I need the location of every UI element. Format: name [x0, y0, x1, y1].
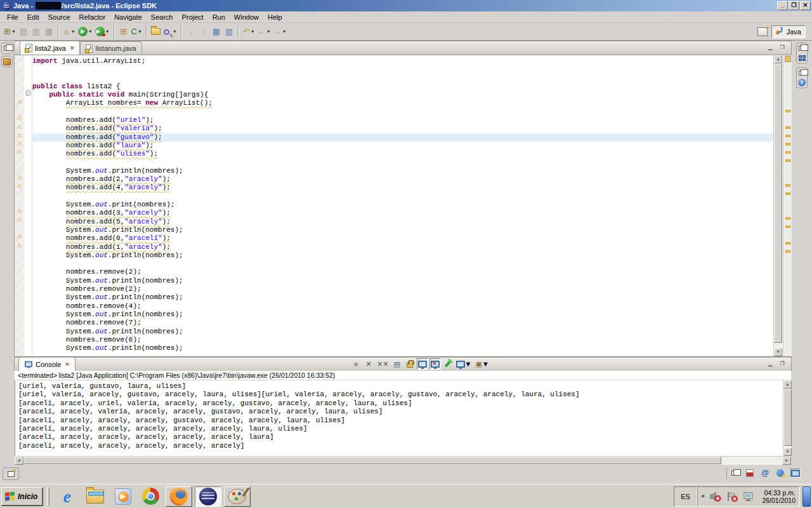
warning-icon[interactable]: ⚠ [16, 217, 22, 223]
menu-run[interactable]: Run [208, 12, 230, 22]
warning-icon[interactable]: ⚠ [16, 243, 22, 248]
internet-explorer-icon[interactable]: e [57, 486, 77, 506]
code-line[interactable]: System.out.println(nombres); [32, 344, 773, 352]
remove-all-terminated-button[interactable]: ✕✕ [376, 358, 390, 370]
editor-vertical-scrollbar[interactable]: ▲ ▼ [773, 55, 782, 356]
next-annotation-button[interactable]: ↓ [185, 25, 197, 39]
folding-ruler[interactable]: − [24, 55, 32, 356]
console-monitor-icon[interactable] [790, 469, 801, 478]
warning-icon[interactable]: ⚠ [16, 175, 22, 180]
overview-warning-mark[interactable] [785, 192, 790, 195]
restore-button[interactable]: ❐ [789, 1, 799, 10]
open-element-button[interactable] [150, 25, 162, 39]
show-on-stdout-button[interactable] [417, 358, 428, 370]
overview-warning-mark[interactable] [785, 126, 790, 129]
code-line[interactable]: nombres.remove(2); [32, 285, 773, 293]
language-indicator[interactable]: ES [674, 486, 697, 507]
new-java-class-button[interactable]: C▼ [130, 25, 143, 39]
console-hscrollbar-thumb[interactable] [23, 457, 721, 464]
terminate-button[interactable]: ■ [350, 358, 362, 370]
menu-project[interactable]: Project [177, 12, 207, 22]
minimize-editor-icon[interactable]: ▁ [765, 43, 775, 52]
code-line[interactable] [32, 159, 773, 167]
forward-button[interactable]: →▼ [272, 25, 288, 39]
code-line[interactable]: nombres.add(3,"aracely"); [32, 209, 773, 217]
overview-warning-mark[interactable] [785, 242, 790, 244]
code-line[interactable]: nombres.add("uriel"); [32, 116, 773, 124]
dropdown-arrow-icon[interactable]: ▼ [88, 29, 93, 34]
external-tools-button[interactable]: ▶▼ [94, 25, 111, 39]
restore-trim-icon[interactable] [730, 469, 740, 478]
media-player-icon[interactable] [113, 486, 133, 506]
overview-warning-mark[interactable] [785, 159, 790, 162]
code-line[interactable]: nombres.add("laura"); [32, 142, 773, 150]
new-java-project-button[interactable]: ⊞ [117, 25, 130, 39]
console-tab[interactable]: Console ✕ [18, 357, 75, 371]
usage-data-icon[interactable]: @ [760, 469, 770, 478]
overview-warning-mark[interactable] [785, 143, 790, 145]
previous-annotation-button[interactable]: ↑ [197, 25, 210, 39]
pin-console-button[interactable] [442, 358, 454, 370]
chrome-icon[interactable] [141, 486, 160, 506]
dropdown-arrow-icon[interactable]: ▼ [266, 29, 271, 34]
code-line[interactable]: System.out.println(nombres); [32, 328, 773, 336]
display-selected-console-button[interactable]: ▼ [455, 358, 473, 370]
code-line[interactable]: System.out.println(nombres); [32, 167, 773, 175]
restore-views-icon[interactable] [797, 69, 806, 77]
mark-occurrences-button[interactable]: ▦ [210, 25, 223, 39]
minimize-button[interactable]: _ [777, 1, 788, 10]
code-line[interactable]: System.out.println(nombres); [32, 311, 773, 319]
code-editor[interactable]: import java.util.ArrayList;public class … [32, 55, 773, 356]
dropdown-arrow-icon[interactable]: ▼ [173, 29, 177, 34]
volume-muted-icon[interactable] [710, 491, 721, 502]
warning-icon[interactable]: ⚠ [16, 184, 22, 189]
warning-icon[interactable]: ⚠ [16, 116, 22, 121]
editor-tab-listanum-java[interactable]: listanum.java [80, 41, 141, 55]
editor-tab-lista2-java[interactable]: lista2.java✕ [20, 41, 80, 55]
overview-warning-mark[interactable] [785, 225, 790, 228]
code-line[interactable]: System.out.print(nombres); [32, 201, 773, 209]
menu-window[interactable]: Window [230, 12, 263, 22]
show-desktop-button[interactable] [802, 486, 811, 507]
code-line[interactable]: nombres.remove(2); [32, 268, 773, 276]
warning-icon[interactable]: ⚠ [16, 99, 22, 105]
show-on-stderr-button[interactable] [429, 358, 441, 370]
menu-edit[interactable]: Edit [23, 12, 44, 22]
remove-launch-button[interactable]: ✕ [363, 358, 374, 370]
dropdown-arrow-icon[interactable]: ▼ [251, 29, 255, 34]
restore-views-icon[interactable] [797, 44, 806, 52]
show-selected-element-button[interactable]: ▥ [223, 25, 235, 39]
code-line[interactable]: import java.util.ArrayList; [32, 57, 773, 65]
code-line[interactable]: System.out.println(nombres); [32, 293, 773, 302]
code-line[interactable] [32, 108, 773, 116]
save-button[interactable]: ▤ [17, 25, 30, 39]
code-line[interactable]: nombres.add(0,"aracelí"); [32, 234, 773, 243]
code-line[interactable]: nombres.remove(6); [32, 336, 773, 344]
print-button[interactable]: ▦ [43, 25, 55, 39]
console-scrollbar-thumb[interactable] [783, 389, 792, 446]
error-log-icon[interactable] [745, 469, 755, 478]
warning-icon[interactable]: ⚠ [16, 208, 22, 214]
dropdown-arrow-icon[interactable]: ▼ [71, 29, 75, 34]
dropdown-arrow-icon[interactable]: ▼ [482, 360, 489, 368]
code-line[interactable]: nombres.remove(7); [32, 319, 773, 327]
dropdown-arrow-icon[interactable]: ▼ [282, 29, 287, 34]
new-wizard-button[interactable]: ⊞▼ [3, 25, 17, 39]
save-all-button[interactable]: ▥ [30, 25, 43, 39]
code-line[interactable]: nombres.add("gustavo"); [32, 133, 773, 142]
menu-navigate[interactable]: Navigate [110, 12, 146, 22]
minimize-console-icon[interactable]: ▁ [765, 359, 775, 368]
clear-console-button[interactable]: ▤ [391, 358, 403, 370]
hide-icons-icon[interactable]: « [700, 495, 707, 498]
perspective-java-button[interactable]: Java [771, 25, 806, 38]
code-line[interactable] [32, 260, 773, 268]
overview-warning-mark[interactable] [785, 250, 790, 253]
scroll-up-icon[interactable]: ▲ [783, 380, 792, 389]
code-line[interactable]: System.out.println(nombres); [32, 226, 773, 234]
firefox-task-button[interactable] [166, 486, 192, 507]
restore-views-icon[interactable] [3, 44, 11, 52]
dropdown-arrow-icon[interactable]: ▼ [11, 29, 16, 34]
outline-icon[interactable] [797, 54, 806, 62]
console-horizontal-scrollbar[interactable]: ◄ ► [15, 456, 791, 465]
maximize-console-icon[interactable]: ❐ [777, 359, 787, 368]
